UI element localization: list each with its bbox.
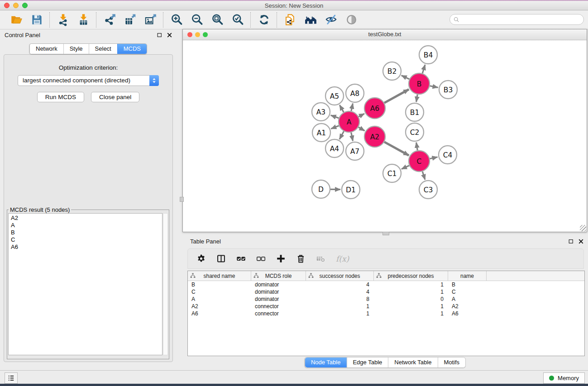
network-zoom-button[interactable] [203,32,208,37]
edge-A-A1[interactable] [331,126,339,129]
edge-C-C3[interactable] [422,172,425,180]
edge-A6-B[interactable] [384,90,409,103]
cell-successor-nodes[interactable]: 8 [306,296,374,302]
table-row[interactable]: Bdominator41B [188,281,584,288]
tab-network-table[interactable]: Network Table [388,357,437,367]
cell-successor-nodes[interactable]: 4 [306,289,374,295]
network-horizontal-scroll-thumb[interactable] [382,232,389,235]
node-C[interactable]: C [409,151,430,172]
edge-B-B1[interactable] [416,95,418,102]
mcds-result-list[interactable]: A2ABCA6 [8,213,163,355]
column-layout-icon[interactable] [216,254,226,263]
cell-predecessor-nodes[interactable]: 1 [374,303,448,310]
edge-A-A5[interactable] [339,105,344,112]
cell-successor-nodes[interactable]: 4 [306,281,374,288]
node-A4[interactable]: A4 [325,139,344,157]
copy-network-icon[interactable] [283,13,297,27]
edge-A-A7[interactable] [351,133,353,141]
node-B3[interactable]: B3 [439,81,457,99]
node-A3[interactable]: A3 [312,103,330,121]
home-icon[interactable] [304,13,317,27]
edge-B-B2[interactable] [402,76,410,79]
edge-A-A8[interactable] [351,104,353,111]
cell-MCDS-role[interactable]: dominator [251,296,306,302]
cell-name[interactable]: A6 [448,310,487,317]
mcds-result-item[interactable]: C [11,236,162,243]
cell-MCDS-role[interactable]: connector [251,303,306,310]
tab-network[interactable]: Network [30,44,63,54]
search-input[interactable] [460,16,583,24]
delete-column-icon[interactable] [296,254,306,263]
node-A5[interactable]: A5 [325,87,344,105]
edge-C-C2[interactable] [416,143,418,151]
column-header-successor-nodes[interactable]: successor nodes [306,271,374,281]
column-header-predecessor-nodes[interactable]: predecessor nodes [374,271,448,281]
cell-shared-name[interactable]: C [188,289,251,295]
tab-edge-table[interactable]: Edge Table [346,357,388,367]
open-file-icon[interactable] [10,13,23,27]
cell-name[interactable]: C [448,289,487,295]
graphics-details-eye-icon[interactable] [344,13,358,27]
node-A6[interactable]: A6 [364,98,385,119]
hide-panel-eye-icon[interactable] [324,13,338,27]
table-row[interactable]: A6connector11A6 [188,310,584,317]
mcds-result-item[interactable]: A2 [11,214,162,222]
column-header-name[interactable]: name [448,271,487,281]
cell-shared-name[interactable]: B [188,281,251,288]
zoom-out-icon[interactable] [190,13,204,27]
node-A8[interactable]: A8 [346,84,364,102]
mcds-result-item[interactable]: A6 [11,243,162,251]
close-panel-button[interactable]: Close panel [91,92,139,102]
mcds-result-item[interactable]: A [11,222,162,229]
table-row[interactable]: Adominator80A [188,295,584,303]
node-C3[interactable]: C3 [419,181,437,199]
float-panel-icon[interactable] [156,32,163,38]
node-A2[interactable]: A2 [364,126,385,147]
node-C2[interactable]: C2 [406,123,424,141]
search-field[interactable] [449,14,584,25]
cell-name[interactable]: B [448,281,487,288]
node-A7[interactable]: A7 [346,142,364,160]
edge-C-C4[interactable] [430,157,437,159]
close-panel-icon[interactable] [578,238,584,244]
zoom-fit-icon[interactable] [210,13,224,27]
edge-B-B3[interactable] [430,86,438,88]
tab-style[interactable]: Style [63,44,89,54]
cell-name[interactable]: A2 [448,303,487,310]
cell-shared-name[interactable]: A6 [188,310,251,317]
node-B2[interactable]: B2 [383,62,401,80]
run-mcds-button[interactable]: Run MCDS [37,92,84,102]
column-header-MCDS-role[interactable]: MCDS role [251,271,306,281]
cell-shared-name[interactable]: A2 [188,303,251,310]
network-canvas[interactable]: B4B2BB3B1A5A8A6A3AA1A2C2A4A7C4CC1C3DD1 [183,40,587,232]
import-network-icon[interactable] [56,13,70,27]
cell-shared-name[interactable]: A [188,296,251,302]
table-settings-gear-icon[interactable] [196,254,206,263]
create-column-icon[interactable] [276,254,286,263]
float-panel-icon[interactable] [568,238,574,244]
column-header-shared-name[interactable]: shared name [188,271,251,281]
export-network-icon[interactable] [103,13,116,27]
node-B[interactable]: B [409,73,430,94]
mcds-list-scrollbar[interactable] [163,213,168,355]
edge-B-B4[interactable] [422,65,425,73]
tab-select[interactable]: Select [89,44,117,54]
cell-successor-nodes[interactable]: 1 [306,310,374,317]
edge-A2-C[interactable] [384,142,409,156]
table-row[interactable]: A2connector11A2 [188,303,584,310]
save-session-icon[interactable] [30,13,43,27]
node-B1[interactable]: B1 [406,103,424,121]
cell-predecessor-nodes[interactable]: 1 [374,310,448,317]
network-window-titlebar[interactable]: testGlobe.txt [183,29,587,40]
network-minimize-button[interactable] [195,32,200,37]
cell-MCDS-role[interactable]: dominator [251,289,306,295]
node-D1[interactable]: D1 [342,181,360,199]
edge-C-C1[interactable] [402,166,409,169]
window-resize-grip[interactable] [580,225,586,231]
cell-MCDS-role[interactable]: connector [251,310,306,317]
node-C1[interactable]: C1 [383,164,401,182]
export-table-icon[interactable] [123,13,137,27]
select-all-icon[interactable] [236,254,246,263]
zoom-selected-icon[interactable] [231,13,244,27]
edge-A-A2[interactable] [359,127,365,131]
